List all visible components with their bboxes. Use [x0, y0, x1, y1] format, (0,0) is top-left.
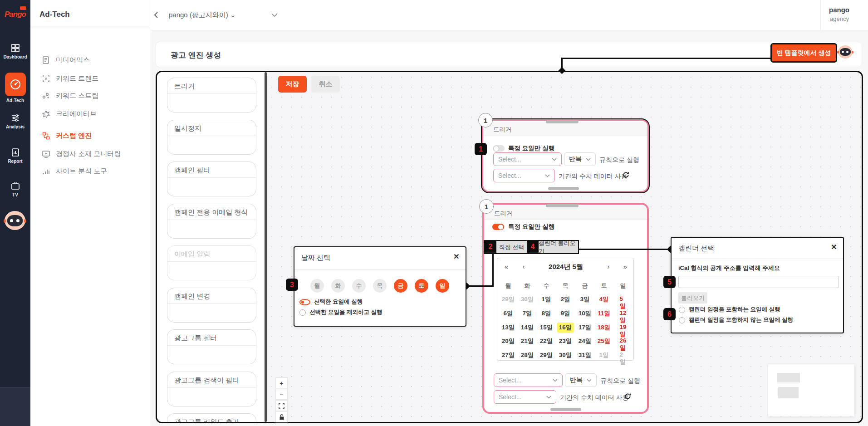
palette-block[interactable]: 캠페인 필터 [167, 162, 256, 196]
zoom-out-button[interactable]: − [275, 389, 288, 400]
calendar-date-cell[interactable]: 15일 [538, 323, 555, 333]
calendar-date-cell[interactable]: 17일 [577, 323, 593, 333]
sidebar-item-ad-tech[interactable]: Ad-Tech [0, 73, 30, 103]
close-icon[interactable]: × [454, 251, 459, 262]
trigger-day-select[interactable]: Select... [494, 373, 563, 387]
chevron-down-icon[interactable] [271, 13, 278, 17]
account-selector[interactable]: pango (팡고지와이) ⌄ [169, 11, 236, 20]
weekday-chip-5[interactable]: 금 [394, 279, 407, 293]
sidebar-item-analysis[interactable]: Analysis [0, 113, 30, 129]
calendar-date-cell[interactable]: 16일 [557, 323, 574, 333]
minimap[interactable] [768, 364, 854, 416]
robot-mascot[interactable] [5, 211, 25, 230]
calendar-date-cell[interactable]: 21일 [519, 336, 536, 346]
submenu-item[interactable]: 사이트 분석 도구 [30, 163, 150, 179]
calendar-date-cell[interactable]: 27일 [500, 350, 517, 360]
calendar-date-cell[interactable]: 24일 [577, 336, 593, 346]
drag-handle[interactable] [546, 120, 579, 123]
sidebar-item-report[interactable]: Report [0, 148, 30, 164]
submenu-item[interactable]: 크리에이티브 [30, 106, 150, 122]
radio-option[interactable]: 캘린더 일정을 포함하는 요일에 실행 [679, 306, 780, 313]
palette-block[interactable]: 트리거 [167, 78, 256, 113]
save-button[interactable]: 저장 [278, 76, 307, 93]
calendar-date-cell[interactable]: 31일 [577, 350, 593, 360]
submenu-item[interactable]: A키워드 트렌드 [30, 70, 150, 87]
tab-direct-select[interactable]: 직접 선택 [496, 241, 527, 253]
user-name[interactable]: pango [829, 6, 849, 14]
calendar-date-cell[interactable]: 30일 [557, 350, 574, 360]
calendar-date-cell[interactable]: 25일 [596, 336, 613, 346]
palette-block[interactable]: 광고그룹 필터 [167, 329, 256, 364]
refresh-icon[interactable] [623, 171, 629, 178]
calendar-date-cell[interactable]: 22일 [538, 336, 555, 346]
calendar-date-cell[interactable]: 29일 [500, 294, 517, 304]
radio-option[interactable]: 캘린더 일정을 포함하지 않는 요일에 실행 [679, 316, 793, 324]
fit-view-button[interactable] [275, 400, 288, 411]
zoom-in-button[interactable]: + [275, 377, 288, 388]
trigger-day-select[interactable]: Select... [493, 152, 562, 166]
calendar-date-cell[interactable]: 13일 [500, 323, 517, 333]
submenu-item[interactable]: 키워드 스트림 [30, 88, 150, 104]
palette-block[interactable]: 캠페인 전용 이메일 형식 [167, 204, 256, 239]
sidebar-item-dashboard[interactable]: Dashboard [0, 44, 30, 59]
calendar-date-cell[interactable]: 11일 [596, 308, 612, 318]
weekday-chip-2[interactable]: 화 [331, 279, 345, 293]
calendar-date-cell[interactable]: 7일 [520, 308, 534, 318]
weekday-chip-1[interactable]: 월 [310, 279, 324, 293]
calendar-date-cell[interactable]: 3일 [578, 294, 591, 304]
calendar-date-cell[interactable]: 1일 [539, 294, 553, 304]
calendar-date-cell[interactable]: 28일 [519, 350, 536, 360]
weekday-chip-4[interactable]: 목 [373, 279, 387, 293]
weekday-chip-6[interactable]: 토 [415, 279, 428, 293]
lock-button[interactable] [275, 411, 288, 422]
calendar-date-cell[interactable]: 29일 [538, 350, 555, 360]
weekday-only-toggle[interactable] [492, 224, 504, 230]
pango-logo[interactable]: Pango [3, 5, 28, 24]
tab-load-calendar[interactable]: 캘린더 불러오기 [539, 241, 578, 253]
assistant-robot-icon[interactable] [838, 45, 853, 59]
period-select[interactable]: Select... [494, 390, 556, 404]
calendar-date-cell[interactable]: 1일 [597, 350, 610, 360]
calendar-prev-month-button[interactable]: ‹ [523, 263, 525, 270]
submenu-item[interactable]: 커스텀 엔진 [30, 127, 150, 144]
palette-block[interactable]: 광고그룹 검색어 필터 [167, 372, 256, 406]
weekday-chip-3[interactable]: 수 [352, 279, 366, 293]
period-select[interactable]: Select... [493, 169, 555, 182]
cancel-button[interactable]: 취소 [311, 76, 340, 93]
calendar-date-cell[interactable]: 4일 [597, 294, 610, 304]
create-from-blank-template-button[interactable]: 빈 템플릿에서 생성 [770, 43, 837, 63]
calendar-date-cell[interactable]: 8일 [539, 308, 553, 318]
calendar-next-year-button[interactable]: » [623, 263, 627, 270]
refresh-icon[interactable] [624, 393, 631, 400]
calendar-date-cell[interactable]: 10일 [577, 308, 593, 318]
calendar-date-cell[interactable]: 2일 [559, 294, 572, 304]
calendar-prev-year-button[interactable]: « [505, 263, 508, 270]
drag-handle[interactable] [546, 204, 579, 207]
repeat-select[interactable]: 반복 [564, 152, 596, 166]
submenu-item[interactable]: 경쟁사 소재 모니터링 [30, 146, 150, 162]
calendar-date-cell[interactable]: 6일 [501, 308, 515, 318]
drag-handle[interactable] [550, 408, 581, 411]
submenu-item[interactable]: 미디어믹스 [30, 52, 150, 68]
calendar-date-cell[interactable]: 20일 [500, 336, 517, 346]
calendar-date-cell[interactable]: 30일 [519, 294, 536, 304]
palette-block[interactable]: 광고그룹 키워드 추가 [167, 413, 256, 423]
load-button[interactable]: 불러오기 [678, 292, 707, 304]
repeat-select[interactable]: 반복 [565, 373, 597, 387]
weekday-only-toggle[interactable] [493, 145, 505, 152]
calendar-date-cell[interactable]: 23일 [557, 336, 574, 346]
close-icon[interactable]: × [831, 241, 837, 252]
calendar-date-cell[interactable]: 9일 [559, 308, 572, 318]
palette-scrollbar[interactable] [265, 72, 267, 422]
radio-option[interactable]: 선택한 요일을 제외하고 실행 [299, 308, 382, 316]
drag-handle[interactable] [548, 187, 579, 190]
calendar-date-cell[interactable]: 18일 [596, 323, 613, 333]
ical-url-input[interactable] [678, 276, 839, 288]
collapse-chevron-icon[interactable] [153, 11, 159, 19]
calendar-date-cell[interactable]: 14일 [519, 323, 536, 333]
sidebar-item-tv[interactable]: TV [0, 181, 30, 197]
radio-option[interactable]: 선택한 요일에 실행 [299, 298, 363, 306]
calendar-next-month-button[interactable]: › [608, 263, 610, 270]
palette-block[interactable]: 일시정지 [167, 120, 256, 155]
calendar-date-cell[interactable]: 2일 [618, 350, 628, 367]
